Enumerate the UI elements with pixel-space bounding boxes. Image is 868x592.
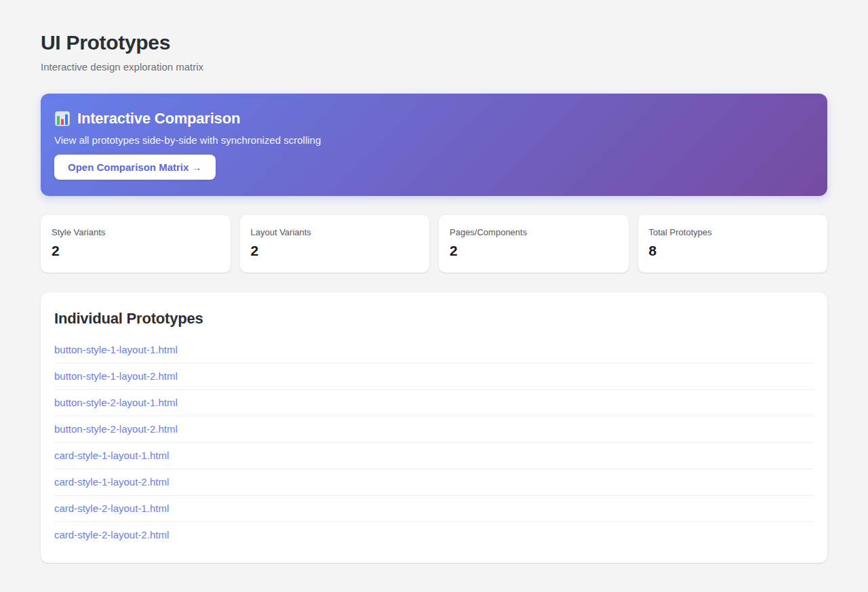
list-item: card-style-1-layout-2.html <box>54 469 814 496</box>
list-item: button-style-1-layout-1.html <box>54 337 814 363</box>
list-item: button-style-2-layout-1.html <box>54 390 814 416</box>
individual-prototypes-heading: Individual Prototypes <box>54 310 814 328</box>
list-item: card-style-1-layout-1.html <box>54 443 814 469</box>
page-title: UI Prototypes <box>41 31 827 54</box>
list-item: card-style-2-layout-1.html <box>54 496 814 522</box>
page-container: UI Prototypes Interactive design explora… <box>0 0 868 590</box>
stat-label: Total Prototypes <box>649 227 817 237</box>
prototype-link[interactable]: button-style-1-layout-2.html <box>54 363 814 389</box>
stat-label: Pages/Components <box>450 227 618 237</box>
banner-title: Interactive Comparison <box>77 110 240 127</box>
stats-row: Style Variants 2 Layout Variants 2 Pages… <box>41 215 827 273</box>
list-item: card-style-2-layout-2.html <box>54 522 814 548</box>
banner-title-row: Interactive Comparison <box>54 110 814 127</box>
prototype-link[interactable]: card-style-1-layout-2.html <box>54 469 814 495</box>
banner-description: View all prototypes side-by-side with sy… <box>54 134 814 146</box>
stat-card-total-prototypes: Total Prototypes 8 <box>638 215 828 273</box>
prototype-link[interactable]: card-style-2-layout-1.html <box>54 496 814 521</box>
prototype-link[interactable]: button-style-2-layout-1.html <box>54 390 814 416</box>
prototype-link[interactable]: card-style-2-layout-2.html <box>54 522 814 548</box>
list-item: button-style-1-layout-2.html <box>54 363 814 390</box>
stat-card-pages-components: Pages/Components 2 <box>439 215 629 273</box>
stat-card-layout-variants: Layout Variants 2 <box>240 215 430 273</box>
comparison-banner: Interactive Comparison View all prototyp… <box>41 94 827 196</box>
prototype-link[interactable]: card-style-1-layout-1.html <box>54 443 814 469</box>
stat-card-style-variants: Style Variants 2 <box>41 215 231 273</box>
list-item: button-style-2-layout-2.html <box>54 416 814 443</box>
prototype-list: button-style-1-layout-1.html button-styl… <box>54 337 814 548</box>
stat-value: 2 <box>52 243 220 259</box>
prototype-link[interactable]: button-style-2-layout-2.html <box>54 416 814 442</box>
individual-prototypes-card: Individual Prototypes button-style-1-lay… <box>41 292 827 563</box>
stat-label: Layout Variants <box>251 227 419 237</box>
bar-chart-icon <box>54 111 71 127</box>
stat-value: 8 <box>649 243 817 259</box>
prototype-link[interactable]: button-style-1-layout-1.html <box>54 337 814 363</box>
page-subtitle: Interactive design exploration matrix <box>41 61 827 73</box>
open-comparison-matrix-button[interactable]: Open Comparison Matrix → <box>54 155 216 180</box>
stat-label: Style Variants <box>52 227 220 237</box>
stat-value: 2 <box>450 243 618 259</box>
stat-value: 2 <box>251 243 419 259</box>
